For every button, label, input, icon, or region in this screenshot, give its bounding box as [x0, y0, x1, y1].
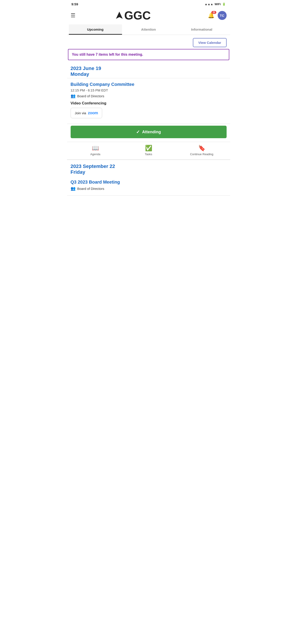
org2-icon: 👥 [71, 186, 75, 191]
meeting2-date-header: 2023 September 22 Friday [67, 160, 230, 176]
meeting1-org: 👥 Board of Directors [71, 94, 227, 98]
agenda-icon: 📖 [92, 145, 99, 152]
bottom-nav: 📖 Agenda ✅ Tasks 🔖 Continue Reading [67, 142, 230, 158]
meeting1-date-day: Monday [71, 71, 227, 77]
svg-marker-0 [116, 12, 123, 19]
join-zoom-button[interactable]: Join via zoom [71, 108, 102, 118]
status-icons: ▲▲▲ WiFi 🔋 [205, 2, 226, 6]
notification-button[interactable]: 🔔 25 [208, 12, 215, 18]
logo-container: GGC [114, 9, 169, 22]
tab-attention[interactable]: Attention [122, 24, 175, 35]
meeting2-org: 👥 Board of Directors [71, 186, 227, 191]
view-calendar-button[interactable]: View Calendar [193, 38, 226, 47]
meeting1-time: 12:15 PM - 6:15 PM EDT [71, 88, 227, 92]
svg-text:GGC: GGC [124, 9, 151, 22]
tab-bar: Upcoming Attention Informational [67, 24, 230, 35]
zoom-text-icon: zoom [88, 111, 98, 116]
check-icon: ✓ [136, 129, 140, 134]
meeting1-org-name: Board of Directors [77, 94, 104, 98]
user-avatar[interactable]: TC [218, 11, 227, 20]
arrow-logo-icon [114, 10, 124, 20]
alert-banner: You still have 7 items left for this mee… [68, 49, 229, 60]
top-nav: ☰ GGC 🔔 25 TC [67, 8, 230, 24]
hamburger-menu[interactable]: ☰ [71, 12, 75, 18]
nav-icons: 🔔 25 TC [208, 11, 227, 20]
battery-icon: 🔋 [222, 2, 226, 6]
org-icon: 👥 [71, 94, 75, 98]
wifi-icon: WiFi [215, 2, 221, 6]
bottom-tab-continue-reading[interactable]: 🔖 Continue Reading [175, 145, 228, 156]
signal-icon: ▲▲▲ [205, 2, 213, 6]
tasks-icon: ✅ [145, 145, 152, 152]
meeting2-org-name: Board of Directors [77, 187, 104, 190]
ggc-logo-icon: GGC [124, 9, 169, 22]
join-via-label: Join via [75, 111, 86, 115]
alert-banner-text: You still have 7 items left for this mee… [72, 52, 143, 56]
zoom-logo: zoom [88, 111, 98, 116]
attending-button[interactable]: ✓ Attending [71, 126, 227, 138]
meeting1-date-header: 2023 June 19 Monday [67, 62, 230, 78]
meeting2-card: Q3 2023 Board Meeting 👥 Board of Directo… [67, 176, 230, 196]
continue-reading-label: Continue Reading [190, 152, 213, 156]
notification-badge-count: 25 [211, 11, 216, 14]
video-conferencing-label: Video Conferencing [71, 101, 227, 106]
attending-label: Attending [142, 130, 161, 134]
bottom-tab-agenda[interactable]: 📖 Agenda [69, 145, 122, 156]
status-bar: 9:59 ▲▲▲ WiFi 🔋 [67, 0, 230, 8]
meeting1-date-year: 2023 June 19 [71, 66, 227, 71]
meeting1-title[interactable]: Building Company Committee [71, 82, 227, 87]
status-time: 9:59 [71, 2, 78, 6]
meeting2-date-year: 2023 September 22 [71, 164, 227, 169]
meeting2-date-day: Friday [71, 169, 227, 175]
tasks-label: Tasks [145, 152, 152, 156]
tab-informational[interactable]: Informational [175, 24, 228, 35]
continue-reading-icon: 🔖 [198, 145, 205, 152]
meeting1-card: Building Company Committee 12:15 PM - 6:… [67, 78, 230, 124]
tab-upcoming[interactable]: Upcoming [69, 24, 122, 35]
bottom-tab-tasks[interactable]: ✅ Tasks [122, 145, 175, 156]
agenda-label: Agenda [90, 152, 100, 156]
view-calendar-row: View Calendar [67, 35, 230, 49]
meeting2-title[interactable]: Q3 2023 Board Meeting [71, 180, 227, 185]
